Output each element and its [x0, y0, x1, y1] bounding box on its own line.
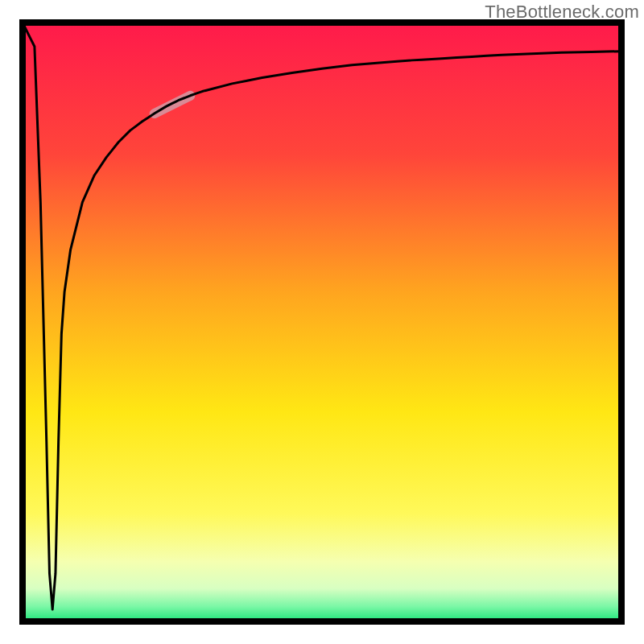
watermark-text: TheBottleneck.com	[485, 2, 639, 23]
plot-background	[23, 23, 621, 621]
chart-container: TheBottleneck.com	[0, 0, 644, 644]
chart-svg	[0, 0, 644, 644]
